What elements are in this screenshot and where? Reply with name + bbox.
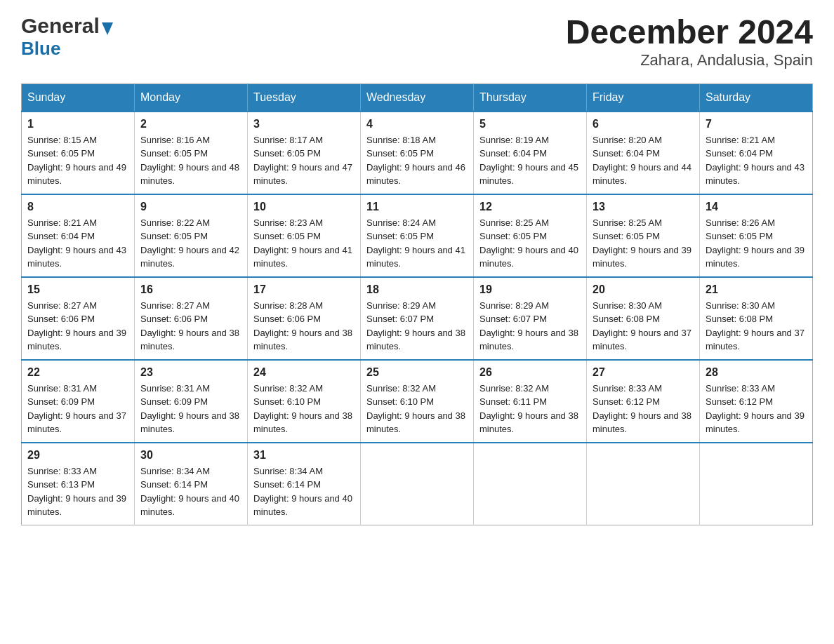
day-number: 13 — [593, 201, 694, 213]
day-info: Sunrise: 8:29 AMSunset: 6:07 PMDaylight:… — [479, 299, 581, 354]
page-header: General Blue December 2024 Zahara, Andal… — [21, 14, 813, 69]
calendar-subtitle: Zahara, Andalusia, Spain — [566, 51, 813, 69]
day-number: 30 — [140, 449, 241, 462]
calendar-day-cell: 26Sunrise: 8:32 AMSunset: 6:11 PMDayligh… — [474, 360, 587, 443]
day-number: 25 — [366, 366, 468, 379]
day-number: 5 — [479, 118, 581, 130]
day-info: Sunrise: 8:18 AMSunset: 6:05 PMDaylight:… — [366, 133, 468, 188]
calendar-day-cell — [474, 443, 587, 525]
weekday-header-monday: Monday — [135, 83, 248, 112]
day-number: 11 — [366, 201, 468, 213]
day-number: 19 — [479, 283, 581, 296]
weekday-header-row: SundayMondayTuesdayWednesdayThursdayFrid… — [22, 83, 813, 112]
day-number: 7 — [706, 118, 807, 130]
calendar-day-cell: 2Sunrise: 8:16 AMSunset: 6:05 PMDaylight… — [135, 112, 248, 194]
calendar-day-cell: 16Sunrise: 8:27 AMSunset: 6:06 PMDayligh… — [135, 277, 248, 360]
day-info: Sunrise: 8:33 AMSunset: 6:12 PMDaylight:… — [706, 382, 807, 436]
day-info: Sunrise: 8:27 AMSunset: 6:06 PMDaylight:… — [27, 299, 128, 354]
calendar-week-row: 1Sunrise: 8:15 AMSunset: 6:05 PMDaylight… — [22, 112, 813, 194]
day-info: Sunrise: 8:33 AMSunset: 6:12 PMDaylight:… — [593, 382, 694, 436]
calendar-day-cell: 14Sunrise: 8:26 AMSunset: 6:05 PMDayligh… — [700, 194, 813, 277]
day-info: Sunrise: 8:26 AMSunset: 6:05 PMDaylight:… — [706, 216, 807, 271]
weekday-header-tuesday: Tuesday — [248, 83, 361, 112]
day-number: 8 — [27, 201, 128, 213]
calendar-day-cell: 21Sunrise: 8:30 AMSunset: 6:08 PMDayligh… — [700, 277, 813, 360]
calendar-day-cell: 19Sunrise: 8:29 AMSunset: 6:07 PMDayligh… — [474, 277, 587, 360]
weekday-header-wednesday: Wednesday — [361, 83, 474, 112]
day-number: 4 — [366, 118, 468, 130]
calendar-title: December 2024 — [566, 14, 813, 51]
weekday-header-friday: Friday — [587, 83, 700, 112]
calendar-day-cell — [361, 443, 474, 525]
calendar-week-row: 15Sunrise: 8:27 AMSunset: 6:06 PMDayligh… — [22, 277, 813, 360]
calendar-day-cell: 9Sunrise: 8:22 AMSunset: 6:05 PMDaylight… — [135, 194, 248, 277]
logo-general-text: General — [21, 14, 100, 38]
day-number: 9 — [140, 201, 241, 213]
day-info: Sunrise: 8:32 AMSunset: 6:10 PMDaylight:… — [253, 382, 355, 436]
day-info: Sunrise: 8:21 AMSunset: 6:04 PMDaylight:… — [706, 133, 807, 188]
day-number: 12 — [479, 201, 581, 213]
day-info: Sunrise: 8:31 AMSunset: 6:09 PMDaylight:… — [27, 382, 128, 436]
calendar-day-cell — [700, 443, 813, 525]
day-info: Sunrise: 8:28 AMSunset: 6:06 PMDaylight:… — [253, 299, 355, 354]
day-info: Sunrise: 8:33 AMSunset: 6:13 PMDaylight:… — [27, 464, 128, 519]
calendar-day-cell: 25Sunrise: 8:32 AMSunset: 6:10 PMDayligh… — [361, 360, 474, 443]
day-info: Sunrise: 8:32 AMSunset: 6:11 PMDaylight:… — [479, 382, 581, 436]
calendar-day-cell: 12Sunrise: 8:25 AMSunset: 6:05 PMDayligh… — [474, 194, 587, 277]
day-info: Sunrise: 8:30 AMSunset: 6:08 PMDaylight:… — [706, 299, 807, 354]
day-number: 3 — [253, 118, 355, 130]
calendar-day-cell: 13Sunrise: 8:25 AMSunset: 6:05 PMDayligh… — [587, 194, 700, 277]
calendar-day-cell: 8Sunrise: 8:21 AMSunset: 6:04 PMDaylight… — [22, 194, 135, 277]
day-number: 16 — [140, 283, 241, 296]
day-number: 31 — [253, 449, 355, 462]
calendar-week-row: 29Sunrise: 8:33 AMSunset: 6:13 PMDayligh… — [22, 443, 813, 525]
day-info: Sunrise: 8:19 AMSunset: 6:04 PMDaylight:… — [479, 133, 581, 188]
calendar-table: SundayMondayTuesdayWednesdayThursdayFrid… — [21, 83, 813, 525]
calendar-day-cell: 4Sunrise: 8:18 AMSunset: 6:05 PMDaylight… — [361, 112, 474, 194]
weekday-header-sunday: Sunday — [22, 83, 135, 112]
day-info: Sunrise: 8:25 AMSunset: 6:05 PMDaylight:… — [593, 216, 694, 271]
day-info: Sunrise: 8:31 AMSunset: 6:09 PMDaylight:… — [140, 382, 241, 436]
calendar-day-cell: 6Sunrise: 8:20 AMSunset: 6:04 PMDaylight… — [587, 112, 700, 194]
day-info: Sunrise: 8:23 AMSunset: 6:05 PMDaylight:… — [253, 216, 355, 271]
calendar-day-cell: 20Sunrise: 8:30 AMSunset: 6:08 PMDayligh… — [587, 277, 700, 360]
calendar-week-row: 22Sunrise: 8:31 AMSunset: 6:09 PMDayligh… — [22, 360, 813, 443]
calendar-day-cell: 1Sunrise: 8:15 AMSunset: 6:05 PMDaylight… — [22, 112, 135, 194]
day-info: Sunrise: 8:20 AMSunset: 6:04 PMDaylight:… — [593, 133, 694, 188]
day-info: Sunrise: 8:30 AMSunset: 6:08 PMDaylight:… — [593, 299, 694, 354]
day-info: Sunrise: 8:25 AMSunset: 6:05 PMDaylight:… — [479, 216, 581, 271]
calendar-day-cell: 17Sunrise: 8:28 AMSunset: 6:06 PMDayligh… — [248, 277, 361, 360]
day-number: 6 — [593, 118, 694, 130]
day-number: 10 — [253, 201, 355, 213]
calendar-day-cell: 27Sunrise: 8:33 AMSunset: 6:12 PMDayligh… — [587, 360, 700, 443]
calendar-day-cell: 7Sunrise: 8:21 AMSunset: 6:04 PMDaylight… — [700, 112, 813, 194]
day-info: Sunrise: 8:27 AMSunset: 6:06 PMDaylight:… — [140, 299, 241, 354]
day-number: 14 — [706, 201, 807, 213]
calendar-day-cell: 28Sunrise: 8:33 AMSunset: 6:12 PMDayligh… — [700, 360, 813, 443]
day-number: 1 — [27, 118, 128, 130]
day-number: 2 — [140, 118, 241, 130]
logo-arrow-icon — [102, 22, 113, 35]
svg-marker-0 — [102, 22, 113, 35]
weekday-header-saturday: Saturday — [700, 83, 813, 112]
day-info: Sunrise: 8:34 AMSunset: 6:14 PMDaylight:… — [140, 464, 241, 519]
logo: General Blue — [21, 14, 113, 60]
weekday-header-thursday: Thursday — [474, 83, 587, 112]
day-number: 23 — [140, 366, 241, 379]
day-number: 18 — [366, 283, 468, 296]
day-info: Sunrise: 8:34 AMSunset: 6:14 PMDaylight:… — [253, 464, 355, 519]
day-number: 27 — [593, 366, 694, 379]
logo-blue-text: Blue — [21, 38, 60, 59]
calendar-day-cell: 29Sunrise: 8:33 AMSunset: 6:13 PMDayligh… — [22, 443, 135, 525]
day-number: 26 — [479, 366, 581, 379]
day-number: 28 — [706, 366, 807, 379]
calendar-day-cell: 30Sunrise: 8:34 AMSunset: 6:14 PMDayligh… — [135, 443, 248, 525]
day-info: Sunrise: 8:17 AMSunset: 6:05 PMDaylight:… — [253, 133, 355, 188]
day-number: 24 — [253, 366, 355, 379]
day-number: 29 — [27, 449, 128, 462]
calendar-day-cell: 11Sunrise: 8:24 AMSunset: 6:05 PMDayligh… — [361, 194, 474, 277]
day-info: Sunrise: 8:24 AMSunset: 6:05 PMDaylight:… — [366, 216, 468, 271]
calendar-day-cell: 15Sunrise: 8:27 AMSunset: 6:06 PMDayligh… — [22, 277, 135, 360]
calendar-day-cell: 31Sunrise: 8:34 AMSunset: 6:14 PMDayligh… — [248, 443, 361, 525]
day-number: 20 — [593, 283, 694, 296]
